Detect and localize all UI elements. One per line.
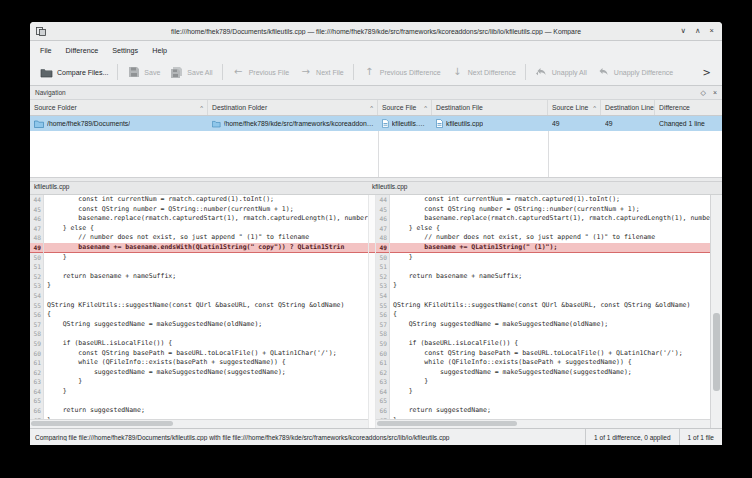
save-all-button[interactable]: Save All bbox=[165, 63, 217, 82]
line-text: basename += QLatin1String(" (1)"); bbox=[390, 243, 710, 253]
destination-line-cell[interactable]: 49 bbox=[601, 116, 655, 131]
vertical-scrollbar[interactable] bbox=[710, 195, 722, 428]
column-header-destination-line[interactable]: Destination Line bbox=[601, 100, 655, 115]
code-line: 53 } bbox=[30, 281, 368, 291]
column-header-source-file[interactable]: Source File^ bbox=[378, 100, 432, 115]
line-number: 66 bbox=[376, 406, 390, 416]
line-text bbox=[44, 262, 368, 272]
statusbar: Comparing file file:///home/fhek789/Docu… bbox=[30, 428, 722, 445]
navigation-selected-row[interactable]: /home/fhek789/Documents/ /home/fhek789/k… bbox=[30, 116, 722, 131]
line-number: 53 bbox=[30, 281, 44, 291]
code-line: 51 bbox=[30, 262, 368, 272]
code-line: 50 } bbox=[30, 253, 368, 263]
toolbar: Compare Files... Save Save All ← Previou… bbox=[30, 59, 722, 86]
source-code-lines[interactable]: 44 const int currentNum = rmatch.capture… bbox=[30, 195, 368, 419]
line-text: QString suggestedName = makeSuggestedNam… bbox=[390, 320, 710, 330]
line-text bbox=[390, 396, 710, 406]
line-number: 50 bbox=[30, 253, 44, 263]
compare-files-button[interactable]: Compare Files... bbox=[35, 63, 113, 82]
line-number: 53 bbox=[376, 281, 390, 291]
line-text: } bbox=[390, 377, 710, 387]
navigation-splitter[interactable] bbox=[548, 131, 549, 177]
menu-file[interactable]: File bbox=[33, 44, 59, 57]
navigation-splitter[interactable] bbox=[378, 131, 379, 177]
line-text: if (baseURL.isLocalFile()) { bbox=[44, 339, 368, 349]
line-number: 44 bbox=[376, 195, 390, 205]
scrollbar-thumb[interactable] bbox=[377, 421, 517, 426]
line-text: while (QFileInfo::exists(basePath + sugg… bbox=[390, 358, 710, 368]
destination-folder-cell[interactable]: /home/fhek789/kde/src/frameworks/kcoread… bbox=[208, 116, 378, 131]
code-line: 65 bbox=[376, 396, 710, 406]
menu-help[interactable]: Help bbox=[145, 44, 174, 57]
next-difference-button[interactable]: ↓ Next Difference bbox=[446, 63, 521, 82]
scrollbar-thumb[interactable] bbox=[713, 313, 720, 391]
source-pane-title: kfileutils.cpp bbox=[30, 182, 368, 194]
column-header-source-folder[interactable]: Source Folder^ bbox=[30, 100, 208, 115]
diff-connector-strip bbox=[368, 195, 376, 428]
scrollbar-thumb[interactable] bbox=[31, 421, 173, 426]
difference-cell[interactable]: Changed 1 line bbox=[655, 116, 722, 131]
dock-close-icon[interactable]: × bbox=[713, 89, 717, 96]
source-horizontal-scrollbar[interactable] bbox=[30, 419, 368, 428]
next-file-button[interactable]: → Next File bbox=[294, 63, 349, 82]
titlebar[interactable]: file:///home/fhek789/Documents/kfileutil… bbox=[30, 22, 722, 41]
file-count-status: 1 of 1 file bbox=[679, 429, 722, 445]
column-header-difference[interactable]: Difference bbox=[655, 100, 722, 115]
destination-code-pane[interactable]: 44 const int currentNum = rmatch.capture… bbox=[376, 195, 710, 428]
code-line: 66 return suggestedName; bbox=[30, 406, 368, 416]
code-line: 47 } else { bbox=[376, 224, 710, 234]
source-line-cell[interactable]: 49 bbox=[548, 116, 601, 131]
line-text: const QString number = QString::number(c… bbox=[44, 205, 368, 215]
line-text: } bbox=[390, 281, 710, 291]
line-text: return suggestedName; bbox=[390, 406, 710, 416]
minimize-button[interactable]: ∨ bbox=[681, 27, 687, 35]
code-line: 57 QString suggestedName = makeSuggested… bbox=[30, 320, 368, 330]
unapply-difference-button[interactable]: Unapply Difference bbox=[592, 63, 678, 82]
unapply-all-button[interactable]: Unapply All bbox=[530, 63, 592, 82]
sort-indicator-icon: ^ bbox=[367, 105, 373, 111]
line-number: 48 bbox=[376, 233, 390, 243]
diff-panes: 44 const int currentNum = rmatch.capture… bbox=[30, 195, 722, 428]
previous-file-button[interactable]: ← Previous File bbox=[227, 63, 294, 82]
column-header-source-line[interactable]: Source Line^ bbox=[548, 100, 601, 115]
column-header-destination-file[interactable]: Destination File bbox=[432, 100, 548, 115]
code-line: 46 basename.replace(rmatch.capturedStart… bbox=[30, 214, 368, 224]
line-text: suggestedName = makeSuggestedName(sugges… bbox=[44, 368, 368, 378]
code-line: 59 if (baseURL.isLocalFile()) { bbox=[376, 339, 710, 349]
menu-settings[interactable]: Settings bbox=[105, 44, 145, 57]
maximize-button[interactable]: ∧ bbox=[695, 27, 701, 35]
line-text: return basename + nameSuffix; bbox=[44, 272, 368, 282]
line-number: 46 bbox=[30, 214, 44, 224]
window-title: file:///home/fhek789/Documents/kfileutil… bbox=[30, 28, 722, 35]
dock-float-icon[interactable]: ◇ bbox=[701, 89, 706, 96]
destination-code-lines[interactable]: 44 const int currentNum = rmatch.capture… bbox=[376, 195, 710, 419]
diff-bridge[interactable] bbox=[369, 243, 375, 253]
code-line: 51 bbox=[376, 262, 710, 272]
save-button[interactable]: Save bbox=[122, 63, 165, 82]
line-number: 58 bbox=[376, 329, 390, 339]
line-number: 51 bbox=[376, 262, 390, 272]
status-message: Comparing file file:///home/fhek789/Docu… bbox=[30, 434, 585, 441]
destination-horizontal-scrollbar[interactable] bbox=[376, 419, 710, 428]
menu-difference[interactable]: Difference bbox=[59, 44, 106, 57]
destination-file-cell[interactable]: kfileutils.cpp bbox=[432, 116, 548, 131]
navigation-list-area[interactable] bbox=[30, 131, 722, 177]
toolbar-overflow-button[interactable]: > bbox=[697, 67, 717, 78]
unapply-difference-label: Unapply Difference bbox=[614, 69, 673, 76]
line-text bbox=[44, 329, 368, 339]
previous-difference-button[interactable]: ↑ Previous Difference bbox=[358, 63, 446, 82]
code-line: 53 } bbox=[376, 281, 710, 291]
code-line: 45 const QString number = QString::numbe… bbox=[30, 205, 368, 215]
toolbar-separator bbox=[117, 64, 118, 80]
line-text: } else { bbox=[44, 224, 368, 234]
column-header-destination-folder[interactable]: Destination Folder^ bbox=[208, 100, 378, 115]
close-button[interactable]: × bbox=[710, 27, 714, 35]
unapply-all-icon bbox=[535, 66, 548, 79]
source-code-pane[interactable]: 44 const int currentNum = rmatch.capture… bbox=[30, 195, 368, 428]
code-line: 66 return suggestedName; bbox=[376, 406, 710, 416]
line-text: } bbox=[44, 253, 368, 263]
previous-file-icon: ← bbox=[232, 66, 245, 79]
line-number: 63 bbox=[30, 377, 44, 387]
source-folder-cell[interactable]: /home/fhek789/Documents/ bbox=[30, 116, 208, 131]
source-file-cell[interactable]: kfileutils.cpp bbox=[378, 116, 432, 131]
